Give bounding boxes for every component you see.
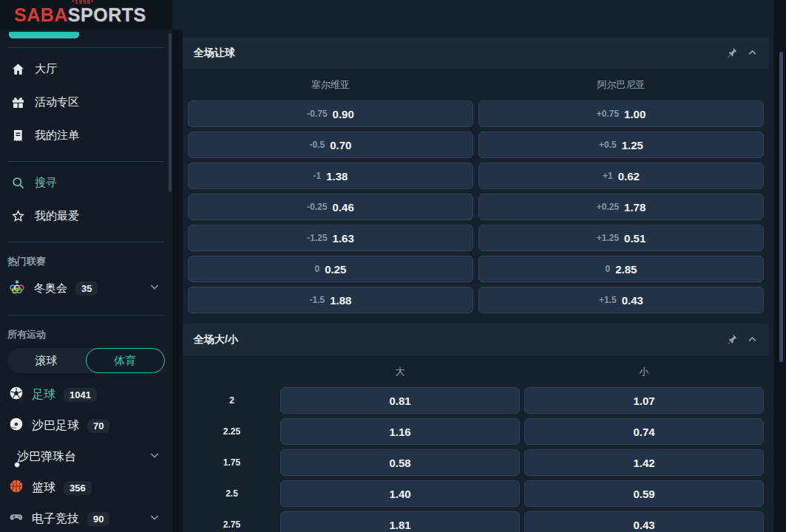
odds-value: 0.62 <box>618 170 640 183</box>
goal-line: 2.75 <box>188 511 276 532</box>
main-scrollbar-thumb[interactable] <box>779 52 783 362</box>
sport-label: 篮球 <box>32 480 55 496</box>
sport-row-saba-soccer[interactable]: 沙巴足球 70 <box>0 410 172 441</box>
handicap-line: 0 <box>315 264 320 274</box>
odds-value: 1.00 <box>624 108 646 120</box>
odds-button[interactable]: +10.62 <box>478 163 764 189</box>
collapse-chevron-up-icon[interactable] <box>747 47 758 58</box>
over-under-row: 2.5 1.40 0.59 <box>183 480 769 507</box>
goal-line: 1.75 <box>188 449 276 476</box>
odds-value: 1.88 <box>330 294 351 307</box>
pin-icon[interactable] <box>725 47 738 59</box>
sport-label: 电子竞技 <box>32 511 79 527</box>
sidebar-item-search[interactable]: 搜寻 <box>0 166 172 200</box>
odds-button[interactable]: 1.81 <box>280 511 520 532</box>
saba-sports-logo[interactable]: SABA *1998* SPORTS <box>14 4 146 26</box>
bet-slip-icon <box>10 129 25 143</box>
odds-button[interactable]: 02.85 <box>478 256 764 282</box>
sport-row-esports[interactable]: 电子竞技 90 <box>0 503 172 532</box>
odds-button[interactable]: 1.40 <box>280 480 520 507</box>
collapse-chevron-up-icon[interactable] <box>747 334 758 345</box>
odds-value: 1.42 <box>633 457 654 469</box>
odds-button[interactable]: -1.51.88 <box>188 287 473 313</box>
league-row-winter-olympics[interactable]: 冬奥会 35 <box>0 270 172 306</box>
sidebar-item-label: 我的注单 <box>35 129 79 143</box>
odds-button[interactable]: -0.50.70 <box>188 132 473 158</box>
handicap-line: +0.25 <box>597 202 619 212</box>
main-scrollbar-track[interactable] <box>773 0 786 532</box>
odds-button[interactable]: 0.58 <box>280 449 520 476</box>
odds-value: 1.40 <box>389 488 410 500</box>
sport-row-soccer[interactable]: 足球 1041 <box>0 379 172 410</box>
odds-value: 0.25 <box>325 263 346 276</box>
sidebar-item-label: 搜寻 <box>35 176 57 190</box>
soccer-icon <box>9 386 24 403</box>
over-under-row: 1.75 0.58 1.42 <box>183 449 769 476</box>
sidebar-item-label: 大厅 <box>35 62 57 76</box>
toggle-live[interactable]: 滚球 <box>7 348 86 373</box>
handicap-line: +1.5 <box>599 295 617 305</box>
hot-leagues-heading: 热门联赛 <box>7 255 172 268</box>
toggle-sports[interactable]: 体育 <box>86 348 166 373</box>
odds-value: 0.46 <box>333 201 354 214</box>
sport-label: 足球 <box>32 387 55 403</box>
odds-button[interactable]: +0.251.78 <box>478 194 764 220</box>
pin-icon[interactable] <box>725 333 738 346</box>
league-label: 冬奥会 <box>34 282 67 296</box>
odds-value: 1.25 <box>622 139 643 151</box>
handicap-panel: 全场让球 塞尔维亚 阿尔巴尼亚 -0.750.90 +0.751.00 <box>183 37 769 313</box>
handicap-row: -0.750.90 +0.751.00 <box>183 100 769 127</box>
sport-count-badge: 70 <box>87 419 109 433</box>
sidebar-item-lobby[interactable]: 大厅 <box>0 52 172 86</box>
odds-button[interactable]: +0.751.00 <box>478 100 764 127</box>
odds-value: 0.59 <box>633 488 654 500</box>
odds-button[interactable]: 1.07 <box>524 387 764 414</box>
odds-button[interactable]: -1.251.63 <box>188 225 473 251</box>
sidebar-item-label: 活动专区 <box>35 95 79 109</box>
handicap-line: +0.5 <box>599 140 617 150</box>
handicap-row: -1.51.88 +1.50.43 <box>183 287 769 313</box>
sidebar-scrollbar[interactable] <box>169 33 172 192</box>
sidebar-item-promotions[interactable]: 活动专区 <box>0 86 172 119</box>
handicap-line: +1 <box>603 171 613 181</box>
odds-button[interactable]: +1.250.51 <box>478 225 764 251</box>
odds-button[interactable]: -0.250.46 <box>188 194 473 220</box>
odds-button[interactable]: 0.81 <box>280 387 520 414</box>
handicap-line: +1.25 <box>597 233 619 243</box>
chevron-down-icon[interactable] <box>149 449 160 464</box>
sport-row-basketball[interactable]: 篮球 356 <box>0 472 172 503</box>
odds-button[interactable]: 1.42 <box>524 449 764 476</box>
handicap-line: -1.25 <box>307 233 327 243</box>
odds-button[interactable]: 0.59 <box>524 480 764 507</box>
odds-button[interactable]: -0.750.90 <box>188 100 473 127</box>
scrolled-teal-button-fragment[interactable] <box>9 32 79 38</box>
logo-bar: SABA *1998* SPORTS <box>0 0 172 30</box>
sidebar-item-favorites[interactable]: 我的最爱 <box>0 200 172 233</box>
handicap-row: -1.251.63 +1.250.51 <box>183 225 769 251</box>
divider <box>7 315 165 316</box>
handicap-line: -1.5 <box>310 295 325 305</box>
odds-button[interactable]: 0.74 <box>524 418 764 445</box>
odds-button[interactable]: 1.16 <box>280 418 520 445</box>
sport-row-saba-pinball[interactable]: 沙巴弹珠台 <box>0 441 172 472</box>
odds-value: 1.38 <box>326 170 348 183</box>
chevron-down-icon[interactable] <box>149 511 160 526</box>
sidebar-item-label: 我的最爱 <box>35 209 79 223</box>
odds-button[interactable]: +0.51.25 <box>478 132 764 158</box>
chevron-down-icon[interactable] <box>149 281 160 296</box>
home-team-name: 塞尔维亚 <box>188 78 473 92</box>
logo-saba-text: SABA <box>14 4 68 26</box>
panel-title: 全场让球 <box>194 47 235 60</box>
odds-button[interactable]: -11.38 <box>188 163 473 189</box>
olympic-rings-icon <box>8 278 26 299</box>
sidebar-item-my-bets[interactable]: 我的注单 <box>0 119 172 152</box>
all-sports-heading: 所有运动 <box>7 328 172 341</box>
logo-year-decoration: *1998* <box>72 0 94 5</box>
under-column-header: 小 <box>524 365 764 378</box>
odds-button[interactable]: 0.43 <box>524 511 764 532</box>
over-under-row: 2.25 1.16 0.74 <box>183 418 769 445</box>
odds-button[interactable]: 00.25 <box>188 256 473 282</box>
handicap-row: -0.250.46 +0.251.78 <box>183 194 769 220</box>
goal-line: 2.5 <box>188 480 276 507</box>
odds-button[interactable]: +1.50.43 <box>478 287 764 313</box>
